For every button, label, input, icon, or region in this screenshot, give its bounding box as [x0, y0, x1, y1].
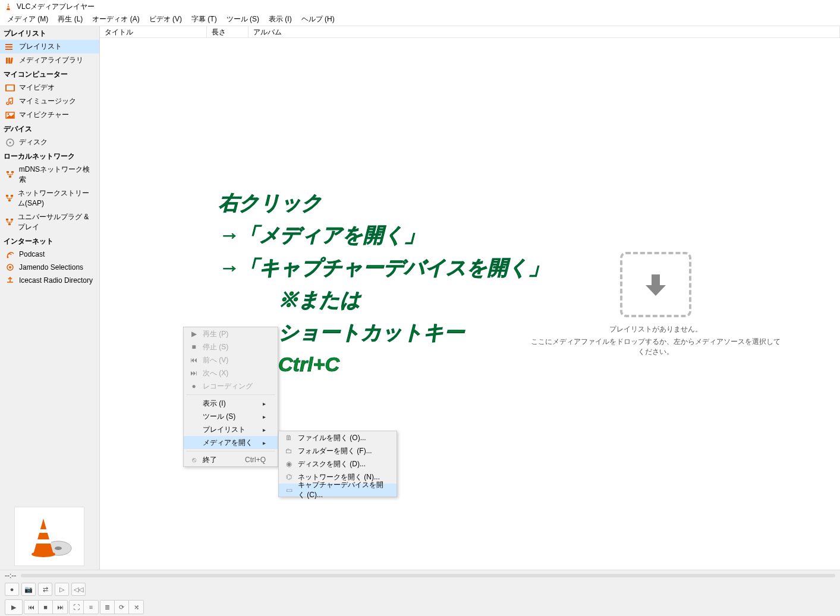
svg-rect-9 [6, 85, 14, 91]
annotation-line4: ※または [219, 283, 549, 315]
sidebar-item-mypicture[interactable]: マイピクチャー [0, 108, 99, 122]
menu-view[interactable]: 表示 (I) [264, 13, 297, 26]
svg-marker-30 [33, 519, 54, 554]
podcast-icon [5, 249, 15, 259]
network-icon [5, 194, 14, 203]
sidebar-header-playlist: プレイリスト [0, 26, 99, 40]
sidebar-item-podcast[interactable]: Podcast [0, 248, 99, 261]
annotation-line2: →「メディアを開く」 [219, 219, 549, 251]
loop-button[interactable]: ⟳ [115, 601, 129, 614]
sidebar-item-mymusic[interactable]: マイミュージック [0, 94, 99, 108]
vlc-cone-art [14, 507, 84, 566]
sidebar-header-devices: デバイス [0, 122, 99, 135]
sidebar-item-jamendo[interactable]: Jamendo Selections [0, 261, 99, 274]
svg-point-13 [8, 113, 10, 115]
playlist-group: ≣ ⟳ ⤨ [100, 600, 144, 614]
sidebar-item-myvideo[interactable]: マイビデオ [0, 81, 99, 94]
ctx-open-capture[interactable]: ▭キャプチャーデバイスを開く (C)... [279, 484, 397, 497]
network-icon [5, 217, 14, 227]
sidebar-item-label: マイビデオ [19, 83, 55, 93]
ctx-exit[interactable]: ⎋終了Ctrl+Q [184, 453, 278, 466]
next-button[interactable]: ⏭ [53, 601, 67, 614]
frame-next-button[interactable]: ▷ [55, 583, 69, 596]
ctx-tools[interactable]: ツール (S)▸ [184, 410, 278, 423]
chevron-right-icon: ▸ [263, 413, 266, 420]
frame-prev-button[interactable]: ◁◁ [71, 583, 86, 596]
ctx-open-file[interactable]: 🗎ファイルを開く (O)... [279, 431, 397, 444]
column-headers: タイトル 長さ アルバム [100, 26, 840, 38]
file-icon: 🗎 [284, 434, 294, 442]
record-button[interactable]: ● [5, 583, 19, 596]
sidebar-item-label: Icecast Radio Directory [19, 276, 93, 285]
disc-small-icon: ◉ [284, 460, 294, 468]
menu-tools[interactable]: ツール (S) [222, 13, 264, 26]
context-menu-main: ▶再生 (P) ■停止 (S) ⏮前へ (V) ⏭次へ (X) ●レコーディング… [183, 327, 278, 467]
svg-rect-19 [6, 195, 8, 197]
snapshot-button[interactable]: 📷 [21, 583, 36, 596]
sidebar-item-label: ユニバーサルプラグ & プレイ [18, 212, 96, 232]
sidebar-item-label: マイミュージック [19, 96, 76, 106]
playlist-toggle-button[interactable]: ≣ [100, 601, 115, 614]
svg-point-33 [32, 551, 55, 557]
menu-subtitle[interactable]: 字幕 (T) [187, 13, 222, 26]
svg-rect-17 [11, 171, 14, 173]
dropzone[interactable]: プレイリストがありません。 ここにメディアファイルをドロップするか、左からメディ… [531, 252, 781, 357]
svg-rect-4 [5, 46, 12, 48]
sidebar-item-disc[interactable]: ディスク [0, 135, 99, 149]
menu-audio[interactable]: オーディオ (A) [87, 13, 144, 26]
context-menu-open-media: 🗎ファイルを開く (O)... 🗀フォルダーを開く (F)... ◉ディスクを開… [278, 431, 397, 497]
ctx-open-disc[interactable]: ◉ディスクを開く (D)... [279, 457, 397, 470]
loop-ab-button[interactable]: ⇄ [38, 583, 52, 596]
menu-help[interactable]: ヘルプ (H) [297, 13, 339, 26]
sidebar: プレイリスト プレイリスト メディアライブラリ マイコンピューター マイビデオ … [0, 26, 100, 570]
ctx-view[interactable]: 表示 (I)▸ [184, 397, 278, 410]
music-icon [5, 97, 15, 106]
ctx-play[interactable]: ▶再生 (P) [184, 327, 278, 340]
menu-video[interactable]: ビデオ (V) [144, 13, 187, 26]
ctx-next[interactable]: ⏭次へ (X) [184, 367, 278, 380]
sidebar-item-icecast[interactable]: Icecast Radio Directory [0, 274, 99, 287]
stop-button[interactable]: ■ [39, 601, 53, 614]
svg-point-25 [7, 257, 9, 258]
content-area[interactable]: タイトル 長さ アルバム プレイリストがありません。 ここにメディアファイルをド… [100, 26, 840, 570]
ext-settings-button[interactable]: ≡ [84, 601, 98, 614]
menu-playback[interactable]: 再生 (L) [53, 13, 87, 26]
col-length[interactable]: 長さ [207, 26, 248, 37]
sidebar-item-upnp[interactable]: ユニバーサルプラグ & プレイ [0, 210, 99, 234]
menu-media[interactable]: メディア (M) [2, 13, 53, 26]
sidebar-item-label: マイピクチャー [19, 110, 69, 120]
svg-point-29 [55, 546, 62, 550]
sidebar-item-label: Jamendo Selections [19, 263, 83, 271]
ctx-stop[interactable]: ■停止 (S) [184, 340, 278, 353]
svg-point-27 [9, 266, 11, 268]
svg-point-15 [10, 141, 11, 143]
icecast-icon [5, 276, 15, 285]
capture-icon: ▭ [284, 486, 294, 494]
sidebar-item-mdns[interactable]: mDNSネットワーク検索 [0, 163, 99, 187]
svg-rect-18 [9, 176, 11, 178]
next-icon: ⏭ [188, 369, 199, 377]
ctx-separator [186, 451, 275, 451]
ctx-open-media[interactable]: メディアを開く▸ [184, 436, 278, 449]
svg-marker-0 [7, 3, 10, 10]
ctx-record[interactable]: ●レコーディング [184, 380, 278, 393]
prev-button[interactable]: ⏮ [24, 601, 39, 614]
col-title[interactable]: タイトル [100, 26, 207, 37]
seek-slider[interactable] [21, 574, 835, 577]
sidebar-item-library[interactable]: メディアライブラリ [0, 53, 99, 67]
ctx-playlist[interactable]: プレイリスト▸ [184, 423, 278, 436]
sidebar-item-playlist[interactable]: プレイリスト [0, 40, 99, 53]
svg-rect-16 [7, 171, 9, 173]
sidebar-item-sap[interactable]: ネットワークストリーム(SAP) [0, 187, 99, 210]
ctx-prev[interactable]: ⏮前へ (V) [184, 353, 278, 367]
shuffle-button[interactable]: ⤨ [129, 601, 143, 614]
ctx-open-folder[interactable]: 🗀フォルダーを開く (F)... [279, 444, 397, 457]
sidebar-item-label: ネットワークストリーム(SAP) [18, 188, 96, 209]
fullscreen-button[interactable]: ⛶ [70, 601, 84, 614]
col-album[interactable]: アルバム [248, 26, 840, 37]
play-button[interactable]: ▶ [5, 599, 23, 615]
arrow-down-icon [641, 270, 671, 299]
svg-rect-2 [7, 7, 10, 8]
svg-rect-22 [6, 219, 8, 220]
annotation-line3: →「キャプチャーデバイスを開く」 [219, 251, 549, 283]
